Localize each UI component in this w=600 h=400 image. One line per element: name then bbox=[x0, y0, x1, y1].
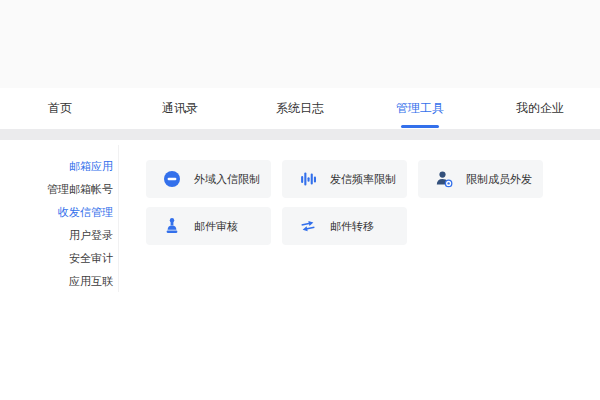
tab-system-log-label: 系统日志 bbox=[276, 100, 324, 117]
card-send-frequency-limit[interactable]: 发信频率限制 bbox=[282, 160, 407, 198]
tab-my-enterprise-label: 我的企业 bbox=[516, 100, 564, 117]
sidebar-item-app-interconnect[interactable]: 应用互联 bbox=[0, 270, 113, 293]
sidebar-item-security-audit[interactable]: 安全审计 bbox=[0, 247, 113, 270]
separator-strip bbox=[0, 129, 600, 140]
tab-my-enterprise[interactable]: 我的企业 bbox=[480, 88, 600, 129]
card-label: 限制成员外发 bbox=[466, 172, 532, 187]
active-tab-underline bbox=[401, 125, 439, 128]
card-restrict-member-outgoing[interactable]: 限制成员外发 bbox=[418, 160, 543, 198]
tab-contacts[interactable]: 通讯录 bbox=[120, 88, 240, 129]
sidebar-item-send-receive-mgmt[interactable]: 收发信管理 bbox=[0, 201, 113, 224]
tab-contacts-label: 通讯录 bbox=[162, 100, 198, 117]
card-label: 邮件转移 bbox=[330, 219, 374, 234]
transfer-icon bbox=[299, 217, 317, 235]
tab-system-log[interactable]: 系统日志 bbox=[240, 88, 360, 129]
tab-admin-tools[interactable]: 管理工具 bbox=[360, 88, 480, 129]
tab-admin-tools-label: 管理工具 bbox=[396, 100, 444, 117]
top-nav: 首页 通讯录 系统日志 管理工具 我的企业 bbox=[0, 88, 600, 129]
card-mail-transfer[interactable]: 邮件转移 bbox=[282, 207, 407, 245]
stamp-icon bbox=[163, 217, 181, 235]
card-external-inbound-limit[interactable]: 外域入信限制 bbox=[146, 160, 271, 198]
sidebar-item-user-login[interactable]: 用户登录 bbox=[0, 224, 113, 247]
admin-console-page: 首页 通讯录 系统日志 管理工具 我的企业 邮箱应用 管理邮箱帐号 收发信管理 … bbox=[0, 0, 600, 400]
tool-category-sidebar: 邮箱应用 管理邮箱帐号 收发信管理 用户登录 安全审计 应用互联 bbox=[0, 155, 113, 293]
card-label: 邮件审核 bbox=[194, 219, 238, 234]
tab-home[interactable]: 首页 bbox=[0, 88, 120, 129]
tool-card-grid: 外域入信限制 发信频率限制 bbox=[146, 160, 558, 245]
sidebar-divider bbox=[118, 145, 119, 292]
sidebar-item-manage-accounts[interactable]: 管理邮箱帐号 bbox=[0, 178, 113, 201]
minus-circle-icon bbox=[163, 170, 181, 188]
card-label: 外域入信限制 bbox=[194, 172, 260, 187]
tab-home-label: 首页 bbox=[48, 100, 72, 117]
top-band bbox=[0, 0, 600, 88]
card-label: 发信频率限制 bbox=[330, 172, 396, 187]
sidebar-item-mail-apps[interactable]: 邮箱应用 bbox=[0, 155, 113, 178]
frequency-bars-icon bbox=[299, 170, 317, 188]
restrict-member-icon bbox=[435, 170, 453, 188]
card-mail-review[interactable]: 邮件审核 bbox=[146, 207, 271, 245]
